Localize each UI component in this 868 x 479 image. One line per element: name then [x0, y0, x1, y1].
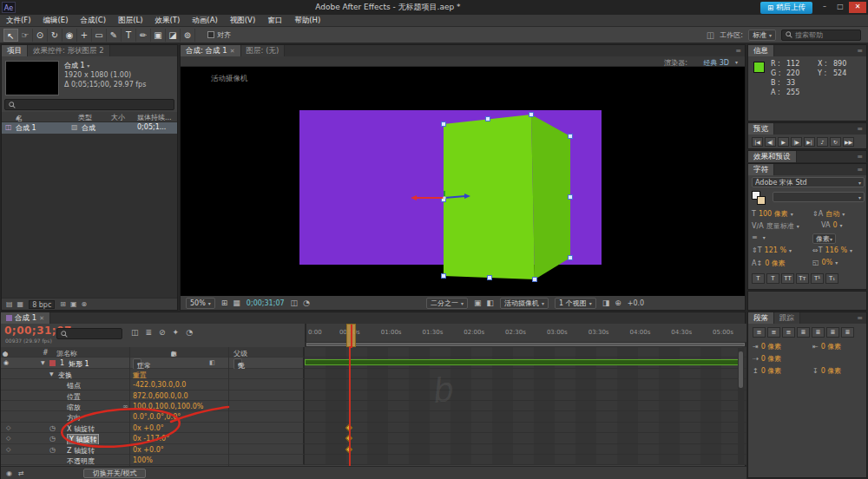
menu-item[interactable]: 动画(A)	[186, 16, 223, 26]
new-composition-icon[interactable]: ▣	[70, 300, 77, 308]
dropdown-arrow-icon[interactable]: ▾	[850, 247, 852, 253]
menu-item[interactable]: 视图(V)	[224, 16, 261, 26]
stopwatch-icon[interactable]: ◷	[49, 446, 56, 454]
faux-bold-button[interactable]: T	[752, 273, 765, 284]
leading-value[interactable]: 自动	[825, 209, 839, 219]
timeline-search-input[interactable]	[56, 328, 122, 339]
puppet-pin-tool-icon[interactable]: ⊚	[181, 29, 195, 42]
maximize-button[interactable]: □	[833, 2, 847, 13]
camera-tool-icon[interactable]: ◉	[62, 29, 77, 42]
3d-column-icon[interactable]: ◧	[171, 351, 177, 358]
column-duration[interactable]: 媒体持续...	[137, 113, 172, 122]
tab-effect-controls[interactable]: 效果控件: 形状图层 2	[28, 45, 110, 56]
dropdown-arrow-icon[interactable]: ▾	[840, 222, 843, 228]
clone-stamp-tool-icon[interactable]: ▣	[151, 29, 166, 42]
all-caps-button[interactable]: TT	[781, 273, 794, 284]
region-of-interest-icon[interactable]: ▣	[474, 299, 482, 307]
vertical-scale-value[interactable]: 121 %	[765, 246, 786, 254]
kerning-value[interactable]: 度量标准	[766, 221, 794, 231]
indent-right-value[interactable]: 0 像素	[821, 342, 842, 351]
frame-blend-icon[interactable]: ✦	[173, 328, 180, 337]
column-parent[interactable]: 父级	[233, 349, 247, 358]
menu-item[interactable]: 合成(C)	[75, 16, 113, 26]
timeline-scrollbar[interactable]	[738, 348, 744, 465]
new-folder-icon[interactable]: ⊞	[60, 300, 66, 308]
stopwatch-icon[interactable]: ◷	[49, 435, 56, 443]
project-item-list[interactable]: ◫ 合成 1 ▨ 合成 0;05;1...	[2, 122, 177, 298]
panel-menu-icon[interactable]: ≡	[853, 125, 866, 133]
tab-layer-viewer[interactable]: 图层: (无)	[241, 45, 286, 56]
first-line-indent-value[interactable]: 0 像素	[761, 354, 782, 364]
property-value[interactable]: 0x +0.0°	[133, 446, 164, 454]
tsume-value[interactable]: 0%	[822, 259, 833, 266]
next-frame-button[interactable]: |▶	[791, 137, 802, 147]
keyframe-navigator-icon[interactable]: ◇	[6, 446, 10, 453]
upload-button[interactable]: ⊞ 稍后上传	[760, 2, 812, 14]
layer-duration-bar[interactable]	[305, 359, 740, 365]
workspace-dropdown[interactable]: 标准 ▾	[748, 30, 776, 41]
panel-menu-icon[interactable]: ≡	[853, 314, 866, 322]
brush-tool-icon[interactable]: ✏	[136, 29, 151, 42]
eraser-tool-icon[interactable]: ◪	[166, 29, 181, 42]
composition-canvas[interactable]	[181, 67, 745, 296]
active-camera-dropdown[interactable]: 活动摄像机▾	[500, 298, 549, 309]
comp-mini-flowchart-icon[interactable]: ◫	[131, 328, 139, 337]
property-value[interactable]: 100.0,100.0,100.0%	[133, 403, 203, 410]
superscript-button[interactable]: T¹	[811, 273, 824, 284]
transparency-grid-icon[interactable]: ◧	[486, 299, 494, 307]
dropdown-arrow-icon[interactable]: ▾	[87, 62, 89, 69]
column-source-name[interactable]: 源名称	[56, 349, 77, 358]
small-caps-button[interactable]: Tᴛ	[796, 273, 809, 284]
menu-item[interactable]: 效果(T)	[149, 16, 187, 26]
pen-tool-icon[interactable]: ✎	[107, 29, 122, 42]
align-right-button[interactable]: ≡	[782, 327, 795, 338]
property-value[interactable]: 100%	[133, 456, 153, 464]
align-center-button[interactable]: ≡	[767, 327, 780, 338]
menu-item[interactable]: 图层(L)	[112, 16, 148, 26]
menu-item[interactable]: 窗口	[261, 16, 288, 26]
pixel-aspect-icon[interactable]: ◨	[602, 299, 610, 307]
tab-effects-presets[interactable]: 效果和预设	[748, 151, 797, 162]
snap-checkbox-icon[interactable]	[207, 31, 214, 38]
stopwatch-icon[interactable]: ◷	[49, 424, 56, 432]
property-value[interactable]: 0.0°,0.0°,0.0°	[133, 413, 181, 421]
current-time-indicator-handle[interactable]	[346, 324, 356, 347]
link-dimensions-icon[interactable]: ∞	[122, 403, 128, 410]
rotate-tool-icon[interactable]: ↻	[48, 29, 62, 42]
column-index[interactable]: #	[43, 349, 49, 357]
menu-item[interactable]: 文件(F)	[0, 16, 37, 26]
dropdown-arrow-icon[interactable]: ▾	[797, 223, 799, 229]
play-button[interactable]: ▶	[778, 137, 789, 147]
menu-item[interactable]: 编辑(E)	[37, 16, 75, 26]
type-tool-icon[interactable]: T	[122, 29, 136, 42]
twirl-icon[interactable]: ▼	[49, 371, 54, 377]
dropdown-arrow-icon[interactable]: ▾	[789, 247, 792, 253]
project-search-input[interactable]	[4, 99, 174, 110]
hide-shy-icon[interactable]: ⊘	[159, 328, 166, 337]
minimize-button[interactable]: –	[818, 2, 832, 13]
help-search-input[interactable]: 搜索帮助	[781, 30, 861, 41]
column-type[interactable]: 类型	[78, 113, 92, 122]
previous-frame-button[interactable]: ◀|	[765, 137, 776, 147]
motion-blur-icon[interactable]: ◔	[186, 328, 193, 337]
property-name[interactable]: Z 轴旋转	[67, 446, 95, 456]
align-left-button[interactable]: ≡	[753, 327, 766, 338]
dropdown-arrow-icon[interactable]: ▾	[791, 211, 793, 217]
justify-all-button[interactable]: ≣	[841, 327, 854, 338]
first-frame-button[interactable]: |◀	[752, 137, 763, 147]
layer-name[interactable]: 矩形 1	[69, 359, 89, 369]
delete-icon[interactable]: ⊗	[82, 300, 88, 308]
fast-preview-icon[interactable]: ⊕	[615, 299, 621, 307]
keyframe-navigator-icon[interactable]: ◇	[6, 424, 10, 431]
subscript-button[interactable]: T₁	[825, 273, 838, 284]
space-before-value[interactable]: 0 像素	[761, 366, 782, 376]
close-tab-icon[interactable]: ✕	[230, 48, 235, 55]
panel-menu-icon[interactable]: ≡	[853, 166, 866, 174]
tab-project[interactable]: 项目	[2, 45, 28, 56]
eye-icon[interactable]: ◉	[3, 359, 9, 366]
property-value[interactable]: 872.0,600.0,0.0	[133, 392, 188, 400]
dropdown-arrow-icon[interactable]: ▾	[835, 259, 838, 266]
project-row-comp-1[interactable]: ◫ 合成 1 ▨ 合成 0;05;1...	[2, 122, 177, 134]
work-area-segment[interactable]	[306, 343, 745, 346]
font-family-dropdown[interactable]: Adobe 宋体 Std▾	[752, 177, 865, 187]
